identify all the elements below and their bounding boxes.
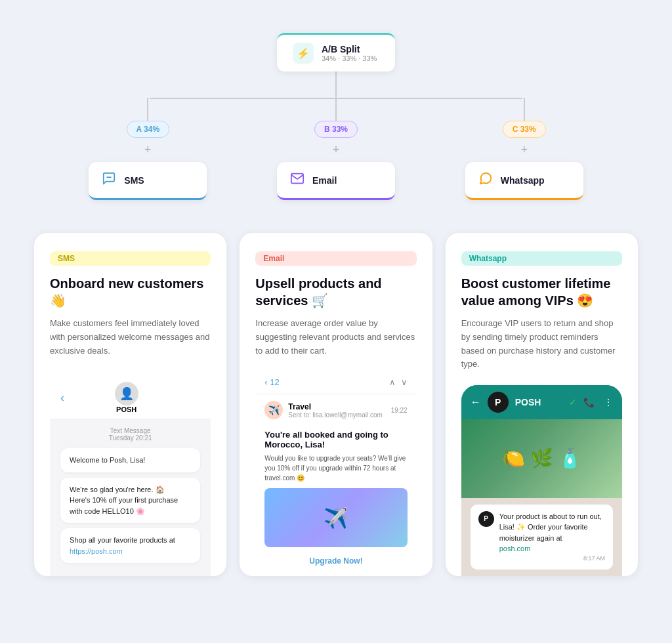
- email-sender-addr: Sent to: lisa.lowell@mymail.com: [288, 411, 385, 419]
- wa-phone-mockup: ← P POSH ✓ 📞 ⋮ 🍋 🌿 🧴 P Your product is a…: [461, 385, 622, 577]
- wa-contact-name: POSH: [515, 397, 562, 407]
- email-sender-icon: ✈️: [264, 401, 283, 419]
- sms-contact-name: POSH: [115, 405, 138, 413]
- branch-b-label: B 33%: [314, 121, 358, 138]
- branches-container: A 34% + SMS B 33% + Email C: [54, 98, 618, 200]
- sms-flow-card: SMS: [89, 162, 207, 200]
- wa-chat-body: P Your product is about to run out, Lisa…: [461, 498, 622, 577]
- email-phone-mockup: ‹ 12 ∧ ∨ ✈️ Travel Sent to: lisa.lowell@…: [255, 371, 416, 576]
- email-sender-name: Travel: [288, 402, 385, 411]
- email-card-desc: Increase average order value by suggesti…: [255, 317, 416, 358]
- email-flow-label: Email: [312, 175, 337, 186]
- sms-flow-label: SMS: [124, 175, 144, 186]
- email-subject: You're all booked and going to Morocco, …: [264, 430, 407, 449]
- email-info-card: Email Upsell products and services 🛒 Inc…: [240, 233, 432, 576]
- info-cards-section: SMS Onboard new customers 👋 Make custome…: [21, 233, 651, 576]
- email-image: ✈️: [264, 488, 407, 547]
- branch-a-vline: [147, 98, 148, 121]
- wa-msg-avatar: P: [478, 511, 494, 527]
- wa-product-image: 🍋 🌿 🧴: [461, 419, 622, 498]
- wa-msg-link: posh.com: [499, 545, 531, 552]
- sms-avatar: 👤: [115, 382, 138, 405]
- wa-flow-label: Whatsapp: [501, 175, 545, 186]
- email-nav-down: ∨: [401, 377, 408, 387]
- branch-b-plus: +: [333, 143, 340, 157]
- email-flow-card: Email: [277, 162, 395, 200]
- sms-card-title: Onboard new customers 👋: [50, 275, 211, 309]
- email-flow-icon: [290, 171, 304, 189]
- email-cta: Upgrade Now!: [264, 552, 407, 570]
- sms-link: https://posh.com: [70, 547, 123, 555]
- sms-tag: SMS: [50, 251, 211, 266]
- email-nav-up: ∧: [389, 377, 396, 387]
- sms-phone-body: Text MessageTuesday 20:21 Welcome to Pos…: [50, 419, 211, 576]
- branch-c-vline: [524, 98, 525, 121]
- wa-info-card: Whatsapp Boost customer lifetime value a…: [446, 233, 638, 576]
- wa-status-icon: ✓: [569, 397, 577, 407]
- branch-c-label: C 33%: [503, 121, 546, 138]
- sms-bubble-1: Welcome to Posh, Lisa!: [60, 448, 200, 472]
- ab-split-node: ⚡ A/B Split 34% · 33% · 33%: [277, 33, 395, 72]
- ab-split-icon: ⚡: [293, 43, 314, 64]
- ab-split-subtitle: 34% · 33% · 33%: [322, 54, 377, 62]
- branch-c-plus: +: [520, 143, 528, 157]
- branch-b: B 33% + Email: [242, 98, 430, 200]
- email-phone-header: ‹ 12 ∧ ∨: [255, 371, 416, 394]
- email-body: You're all booked and going to Morocco, …: [255, 423, 416, 576]
- sms-back-icon: ‹: [60, 391, 64, 405]
- wa-message-bubble: P Your product is about to run out, Lisa…: [471, 505, 613, 570]
- email-nav-back: ‹ 12: [264, 377, 279, 387]
- sms-info-card: SMS Onboard new customers 👋 Make custome…: [34, 233, 226, 576]
- sms-phone-header: ‹ 👤 POSH: [50, 374, 211, 419]
- wa-header: ← P POSH ✓ 📞 ⋮: [461, 385, 622, 419]
- wa-call-icon[interactable]: 📞: [583, 397, 595, 407]
- email-time: 19:22: [391, 407, 408, 414]
- wa-flow-icon: [478, 171, 493, 189]
- sms-bubble-3: Shop all your favorite products at https…: [60, 528, 200, 563]
- email-sender-info: Travel Sent to: lisa.lowell@mymail.com: [288, 402, 385, 419]
- email-tag: Email: [255, 251, 416, 266]
- sms-phone-mockup: ‹ 👤 POSH Text MessageTuesday 20:21 Welco…: [50, 374, 211, 576]
- wa-card-desc: Encourage VIP users to return and shop b…: [461, 317, 622, 371]
- sms-datetime: Text MessageTuesday 20:21: [60, 427, 200, 442]
- wa-tag: Whatsapp: [461, 251, 622, 266]
- wa-action-icons: 📞 ⋮: [583, 397, 613, 407]
- branch-a-label: A 34%: [127, 121, 170, 138]
- horizontal-line: [150, 98, 522, 99]
- wa-back-icon: ←: [471, 396, 481, 408]
- email-sender-row: ✈️ Travel Sent to: lisa.lowell@mymail.co…: [255, 394, 416, 423]
- wa-msg-text: Your product is about to run out, Lisa! …: [499, 511, 605, 564]
- email-card-title: Upsell products and services 🛒: [255, 275, 416, 309]
- wa-card-title: Boost customer lifetime value among VIPs…: [461, 275, 622, 309]
- wa-flow-card: Whatsapp: [465, 162, 583, 200]
- branch-a-plus: +: [144, 143, 152, 157]
- flow-diagram: ⚡ A/B Split 34% · 33% · 33% A 34% + SMS …: [0, 13, 672, 213]
- wa-avatar: P: [488, 392, 509, 413]
- wa-more-icon[interactable]: ⋮: [604, 397, 613, 407]
- branch-b-vline: [335, 98, 337, 121]
- sms-bubble-2: We're so glad you're here. 🏠Here's 10% o…: [60, 478, 200, 524]
- root-connector: [335, 72, 337, 98]
- wa-msg-time: 8:17 AM: [499, 554, 605, 564]
- ab-split-title: A/B Split: [322, 44, 377, 54]
- sms-card-desc: Make customers feel immediately loved wi…: [50, 317, 211, 358]
- sms-flow-icon: [102, 171, 116, 189]
- email-body-text: Would you like to upgrade your seats? We…: [264, 453, 407, 483]
- branch-a: A 34% + SMS: [54, 98, 242, 200]
- branch-c: C 33% + Whatsapp: [430, 98, 618, 200]
